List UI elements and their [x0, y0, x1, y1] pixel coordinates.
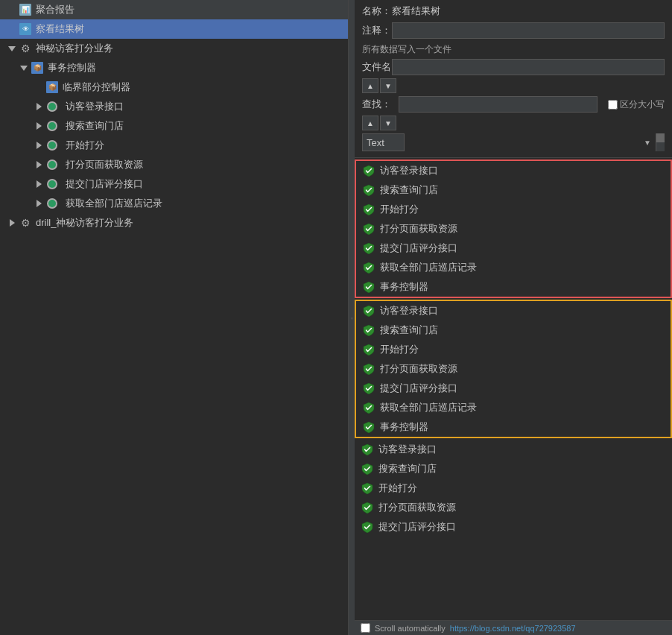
- toolbar-btn-up2[interactable]: ▲: [362, 116, 378, 130]
- right-panel: 名称： 察看结果树 注释： 所有数据写入一个文件 文件名 ▲ ▼ 查找：: [355, 0, 672, 635]
- tree-arrow: [6, 6, 18, 14]
- eye-icon: 👁: [18, 22, 33, 37]
- list-item[interactable]: 提交门店评分接口: [355, 517, 672, 537]
- gear-icon: ⚙: [18, 41, 33, 56]
- tree-item-drill-mystery[interactable]: ⚙ drill_神秘访客打分业务: [0, 213, 348, 233]
- green-shield-icon: [362, 164, 375, 177]
- item-text: 访客登录接口: [378, 443, 437, 456]
- list-area[interactable]: 访客登录接口 搜索查询门店 开始打分 打分页面获取资源: [355, 158, 672, 620]
- item-text: 开始打分: [378, 481, 417, 495]
- green-shield-icon: [362, 382, 375, 395]
- sampler-icon: [45, 177, 60, 192]
- search-label: 查找：: [362, 98, 391, 111]
- item-text: 事务控制器: [380, 420, 428, 434]
- item-text: 开始打分: [380, 203, 419, 216]
- all-data-text: 所有数据写入一个文件: [362, 43, 451, 56]
- tree-arrow-down: [18, 66, 30, 71]
- tree-item-get-all-stores[interactable]: 获取全部门店巡店记录: [0, 194, 348, 213]
- item-text: 搜索查询门店: [378, 462, 437, 476]
- green-shield-icon: [361, 481, 374, 495]
- sampler-icon: [45, 119, 60, 133]
- left-panel: 📊 聚合报告 👁 察看结果树 ⚙ 神秘访客打分业务: [0, 0, 349, 635]
- list-item[interactable]: 搜索查询门店: [356, 320, 671, 340]
- list-item[interactable]: 打分页面获取资源: [356, 359, 671, 379]
- case-sensitive-checkbox[interactable]: [608, 100, 618, 110]
- list-item[interactable]: 提交门店评分接口: [356, 238, 671, 258]
- tree-arrow-right: [33, 200, 45, 207]
- tree-item-score-page-resource[interactable]: 打分页面获取资源: [0, 155, 348, 174]
- list-item[interactable]: 打分页面获取资源: [356, 219, 671, 238]
- tree-item-label: 获取全部门店巡店记录: [66, 197, 162, 210]
- green-shield-icon: [361, 520, 374, 534]
- item-text: 打分页面获取资源: [378, 501, 456, 514]
- item-text: 事务控制器: [380, 280, 428, 294]
- controller-icon: 📦: [45, 80, 60, 95]
- list-item[interactable]: 访客登录接口: [355, 440, 672, 459]
- name-label: 名称：: [362, 4, 392, 18]
- tree-arrow-right: [33, 142, 45, 149]
- filename-label: 文件名: [362, 60, 392, 74]
- list-item[interactable]: 事务控制器: [356, 277, 671, 297]
- list-item[interactable]: 访客登录接口: [356, 301, 671, 320]
- tree-item-visitor-login[interactable]: 访客登录接口: [0, 97, 348, 116]
- tree-item-label: 临界部分控制器: [63, 80, 130, 94]
- panel-divider[interactable]: ···: [349, 0, 355, 635]
- right-scrollbar[interactable]: [656, 133, 665, 151]
- tree-item-mystery-visitor[interactable]: ⚙ 神秘访客打分业务: [0, 39, 348, 58]
- case-sensitive-container: 区分大小写: [608, 98, 665, 111]
- search-row: 查找： 区分大小写: [362, 96, 665, 113]
- scroll-auto-checkbox[interactable]: [361, 623, 370, 633]
- item-text: 获取全部门店巡店记录: [380, 261, 477, 274]
- green-shield-icon: [362, 222, 375, 236]
- toolbar-btn-up[interactable]: ▲: [362, 78, 378, 93]
- tree-item-label: 事务控制器: [48, 61, 96, 75]
- tree-item-view-results-tree[interactable]: 👁 察看结果树: [0, 19, 348, 39]
- text-format-select[interactable]: Text XML JSON Regexp: [362, 133, 405, 151]
- list-item[interactable]: 提交门店评分接口: [356, 379, 671, 398]
- toolbar-row-2: ▲ ▼: [362, 116, 665, 130]
- dropdown-arrow-icon: ▼: [644, 139, 651, 147]
- list-item[interactable]: 开始打分: [356, 340, 671, 359]
- green-shield-icon: [362, 261, 375, 274]
- list-item[interactable]: 打分页面获取资源: [355, 498, 672, 517]
- green-shield-icon: [362, 241, 375, 255]
- tree-item-start-score[interactable]: 开始打分: [0, 136, 348, 155]
- list-item[interactable]: 获取全部门店巡店记录: [356, 398, 671, 417]
- list-item[interactable]: 开始打分: [355, 478, 672, 498]
- toolbar-btn-down2[interactable]: ▼: [380, 116, 396, 130]
- list-section-red: 访客登录接口 搜索查询门店 开始打分 打分页面获取资源: [355, 159, 672, 298]
- tree-item-aggregate-report[interactable]: 📊 聚合报告: [0, 0, 348, 19]
- list-item[interactable]: 事务控制器: [356, 417, 671, 437]
- list-section-orange: 访客登录接口 搜索查询门店 开始打分 打分页面获取资源: [355, 300, 672, 438]
- tree-item-search-query[interactable]: 搜索查询门店: [0, 116, 348, 136]
- list-item[interactable]: 搜索查询门店: [355, 459, 672, 478]
- tree-item-transaction-controller[interactable]: 📦 事务控制器: [0, 58, 348, 78]
- dropdown-wrapper: Text XML JSON Regexp ▼: [362, 133, 656, 151]
- list-item[interactable]: 获取全部门店巡店记录: [356, 258, 671, 277]
- tree-container[interactable]: 📊 聚合报告 👁 察看结果树 ⚙ 神秘访客打分业务: [0, 0, 348, 635]
- comment-input[interactable]: [392, 22, 665, 39]
- list-item[interactable]: 开始打分: [356, 200, 671, 219]
- blog-url: https://blog.csdn.net/qq727923587: [450, 624, 576, 633]
- sampler-icon: [45, 138, 60, 153]
- list-item[interactable]: 访客登录接口: [356, 161, 671, 180]
- item-text: 开始打分: [380, 343, 419, 356]
- report-icon: 📊: [18, 2, 33, 17]
- scroll-auto-text: Scroll automatically: [375, 624, 446, 633]
- search-input[interactable]: [399, 96, 597, 113]
- green-shield-icon: [362, 323, 375, 337]
- tree-item-critical-controller[interactable]: 📦 临界部分控制器: [0, 78, 348, 97]
- toolbar-btn-down[interactable]: ▼: [380, 78, 396, 93]
- item-text: 获取全部门店巡店记录: [380, 401, 477, 414]
- filename-row: 文件名: [362, 59, 665, 75]
- item-text: 打分页面获取资源: [380, 362, 457, 376]
- scrollbar-thumb: [656, 133, 665, 142]
- sampler-icon: [45, 196, 60, 211]
- tree-item-label: 察看结果树: [36, 22, 84, 36]
- green-shield-icon: [362, 362, 375, 376]
- case-sensitive-label: 区分大小写: [620, 98, 665, 111]
- list-item[interactable]: 搜索查询门店: [356, 180, 671, 200]
- tree-item-submit-score[interactable]: 提交门店评分接口: [0, 174, 348, 194]
- tree-item-label: 搜索查询门店: [66, 119, 124, 133]
- filename-input[interactable]: [392, 59, 665, 75]
